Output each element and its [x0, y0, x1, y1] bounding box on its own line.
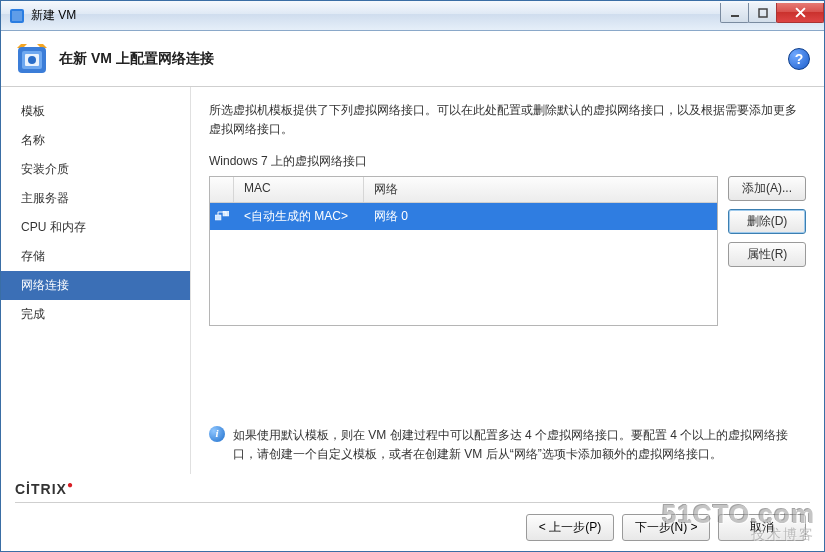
page-title: 在新 VM 上配置网络连接: [59, 50, 788, 68]
minimize-button[interactable]: [720, 3, 749, 23]
wizard-nav-buttons: < 上一步(P) 下一步(N) > 取消: [1, 503, 824, 551]
nic-table[interactable]: MAC 网络 <自动生成的 MAC> 网络 0: [209, 176, 718, 326]
next-button[interactable]: 下一步(N) >: [622, 514, 710, 541]
svg-rect-3: [759, 9, 767, 17]
vm-icon: [15, 42, 49, 76]
content-pane: 所选虚拟机模板提供了下列虚拟网络接口。可以在此处配置或删除默认的虚拟网络接口，以…: [191, 87, 824, 474]
nav-name[interactable]: 名称: [1, 126, 190, 155]
nav-cpu-memory[interactable]: CPU 和内存: [1, 213, 190, 242]
nic-action-buttons: 添加(A)... 删除(D) 属性(R): [728, 176, 806, 267]
nav-finish[interactable]: 完成: [1, 300, 190, 329]
brand-bar: CİTRIX●: [1, 474, 824, 502]
close-button[interactable]: [776, 3, 824, 23]
properties-nic-button[interactable]: 属性(R): [728, 242, 806, 267]
nav-home-server[interactable]: 主服务器: [1, 184, 190, 213]
title-bar[interactable]: 新建 VM: [1, 1, 824, 31]
wizard-header: 在新 VM 上配置网络连接 ?: [1, 31, 824, 87]
svg-rect-1: [12, 11, 22, 21]
col-network[interactable]: 网络: [364, 177, 717, 202]
nic-network-value: 网络 0: [364, 206, 717, 227]
nav-storage[interactable]: 存储: [1, 242, 190, 271]
nic-table-header: MAC 网络: [210, 177, 717, 203]
add-nic-button[interactable]: 添加(A)...: [728, 176, 806, 201]
help-button[interactable]: ?: [788, 48, 810, 70]
window-buttons: [721, 3, 824, 23]
app-icon: [9, 8, 25, 24]
col-mac[interactable]: MAC: [234, 177, 364, 202]
wizard-window: 新建 VM 在新 VM 上配置网络连接 ? 模板 名称 安装介质 主服务器 CP…: [0, 0, 825, 552]
info-note: i 如果使用默认模板，则在 VM 创建过程中可以配置多达 4 个虚拟网络接口。要…: [209, 426, 806, 464]
nic-list-heading: Windows 7 上的虚拟网络接口: [209, 153, 806, 170]
info-text: 如果使用默认模板，则在 VM 创建过程中可以配置多达 4 个虚拟网络接口。要配置…: [233, 426, 806, 464]
nav-networking[interactable]: 网络连接: [1, 271, 190, 300]
nic-mac-value: <自动生成的 MAC>: [234, 206, 364, 227]
window-title: 新建 VM: [31, 7, 721, 24]
citrix-logo: CİTRIX●: [15, 479, 74, 497]
cancel-button[interactable]: 取消: [718, 514, 806, 541]
svg-rect-8: [215, 215, 221, 220]
maximize-button[interactable]: [748, 3, 777, 23]
delete-nic-button[interactable]: 删除(D): [728, 209, 806, 234]
info-icon: i: [209, 426, 225, 442]
nic-row[interactable]: <自动生成的 MAC> 网络 0: [210, 203, 717, 230]
col-icon: [210, 177, 234, 202]
nic-icon: [215, 211, 229, 223]
description-text: 所选虚拟机模板提供了下列虚拟网络接口。可以在此处配置或删除默认的虚拟网络接口，以…: [209, 101, 806, 139]
wizard-nav: 模板 名称 安装介质 主服务器 CPU 和内存 存储 网络连接 完成: [1, 87, 191, 474]
prev-button[interactable]: < 上一步(P): [526, 514, 614, 541]
nav-install-media[interactable]: 安装介质: [1, 155, 190, 184]
svg-rect-2: [731, 15, 739, 17]
wizard-body: 模板 名称 安装介质 主服务器 CPU 和内存 存储 网络连接 完成 所选虚拟机…: [1, 87, 824, 474]
svg-point-7: [28, 56, 36, 64]
nav-template[interactable]: 模板: [1, 97, 190, 126]
